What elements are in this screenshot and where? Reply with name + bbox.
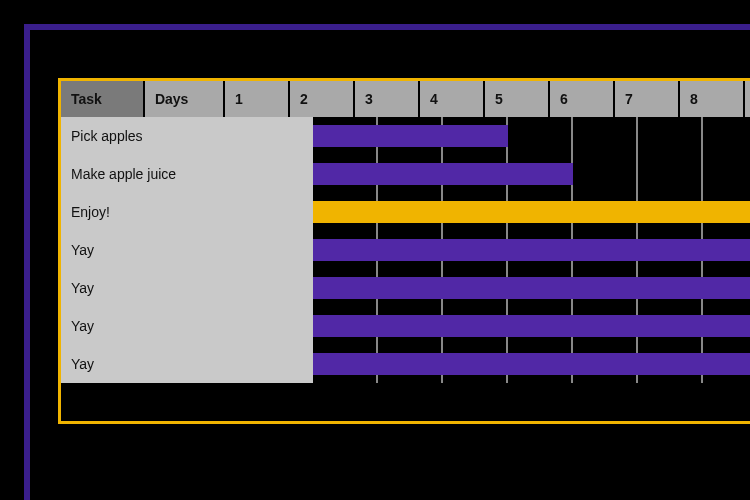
task-name: Make apple juice <box>61 155 313 193</box>
header-days: Days <box>145 81 225 117</box>
bar-row <box>313 307 750 345</box>
task-name: Yay <box>61 307 313 345</box>
bar-row <box>313 117 750 155</box>
gantt-bar <box>313 239 750 261</box>
header-day-4: 4 <box>420 81 485 117</box>
task-name-column: Pick applesMake apple juiceEnjoy!YayYayY… <box>61 117 313 383</box>
bar-row <box>313 155 750 193</box>
gantt-bar <box>313 277 750 299</box>
header-day-2: 2 <box>290 81 355 117</box>
gantt-bar <box>313 163 573 185</box>
task-bar-column <box>313 117 750 383</box>
gantt-body: Pick applesMake apple juiceEnjoy!YayYayY… <box>61 117 750 383</box>
gantt-chart: Task Days 12345678910 Pick applesMake ap… <box>58 78 750 424</box>
gantt-header: Task Days 12345678910 <box>61 81 750 117</box>
task-name: Yay <box>61 345 313 383</box>
header-day-5: 5 <box>485 81 550 117</box>
task-name: Yay <box>61 231 313 269</box>
outer-frame: Task Days 12345678910 Pick applesMake ap… <box>24 24 750 500</box>
gantt-footer <box>61 383 750 421</box>
bar-row <box>313 269 750 307</box>
task-name: Enjoy! <box>61 193 313 231</box>
header-day-3: 3 <box>355 81 420 117</box>
task-name: Pick apples <box>61 117 313 155</box>
task-name: Yay <box>61 269 313 307</box>
header-task: Task <box>61 81 145 117</box>
gantt-bar <box>313 125 508 147</box>
bars-container <box>313 117 750 383</box>
gantt-bar <box>313 201 750 223</box>
header-day-6: 6 <box>550 81 615 117</box>
bar-row <box>313 193 750 231</box>
header-day-8: 8 <box>680 81 745 117</box>
gantt-bar <box>313 353 750 375</box>
header-day-9: 9 <box>745 81 750 117</box>
bar-row <box>313 345 750 383</box>
header-day-1: 1 <box>225 81 290 117</box>
bar-row <box>313 231 750 269</box>
gantt-bar <box>313 315 750 337</box>
header-day-7: 7 <box>615 81 680 117</box>
header-day-numbers: 12345678910 <box>225 81 750 117</box>
